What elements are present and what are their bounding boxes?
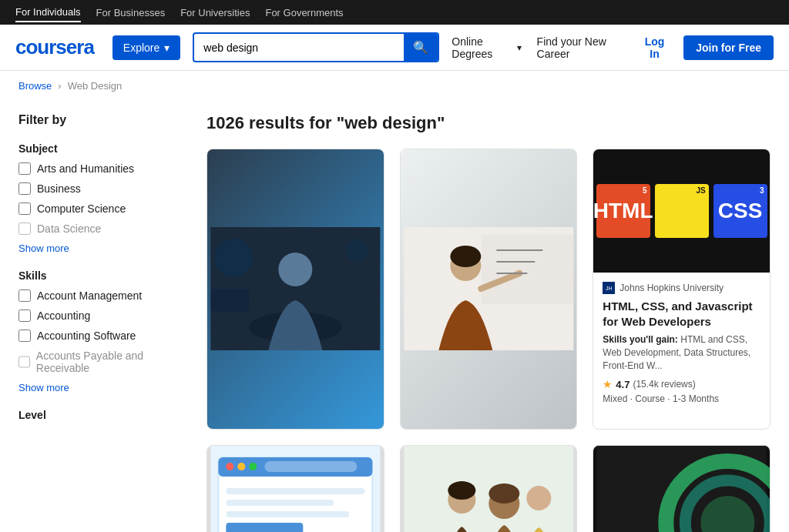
course-skills-jhu: Skills you'll gain: HTML and CSS, Web De… (603, 333, 760, 372)
svg-rect-20 (264, 461, 357, 472)
svg-point-29 (489, 483, 519, 504)
results-grid: M University of Michigan Web Design for … (206, 149, 771, 532)
am-checkbox[interactable] (18, 289, 31, 302)
filter-accounting-software[interactable]: Accounting Software (18, 330, 188, 342)
svg-rect-24 (226, 523, 303, 532)
course-image-6 (593, 446, 770, 532)
acc-checkbox[interactable] (18, 309, 31, 322)
course-card-body-google: G Google Google UX Design Skills you'll … (401, 429, 577, 430)
arts-label: Arts and Humanities (37, 162, 134, 175)
breadcrumb-current: Web Design (68, 80, 123, 92)
as-checkbox[interactable] (18, 330, 31, 342)
svg-point-19 (249, 463, 257, 470)
ap-checkbox[interactable] (18, 356, 30, 368)
rating-count-jhu: (15.4k reviews) (633, 379, 695, 390)
svg-point-2 (278, 253, 312, 286)
nav-individuals[interactable]: For Individuals (15, 3, 81, 22)
course-card-body-michigan: M University of Michigan Web Design for … (207, 429, 384, 430)
nav-universities[interactable]: For Universities (180, 4, 250, 22)
svg-rect-7 (481, 235, 573, 304)
filter-account-management[interactable]: Account Management (18, 289, 188, 302)
level-section-title: Level (18, 409, 188, 421)
course-rating-jhu: ★ 4.7 (15.4k reviews) (603, 378, 760, 390)
svg-point-30 (526, 486, 551, 510)
find-career-link[interactable]: Find your New Career (537, 35, 626, 60)
ap-label: Accounts Payable and Receivable (36, 350, 188, 374)
explore-button[interactable]: Explore ▾ (112, 35, 180, 60)
breadcrumb-separator: › (58, 80, 61, 92)
cs-checkbox[interactable] (18, 202, 31, 215)
course-image-jhu: 5 HTML JS 3 CSS (593, 149, 770, 273)
course-image-5 (401, 446, 577, 532)
header: coursera Explore ▾ 🔍 Online Degrees Find… (0, 25, 789, 71)
course-title-jhu: HTML, CSS, and Javascript for Web Develo… (603, 299, 760, 329)
results-header: 1026 results for "web design" (206, 101, 771, 133)
course-meta-jhu: Mixed · Course · 1-3 Months (603, 393, 760, 404)
acc-label: Accounting (37, 309, 90, 322)
as-label: Accounting Software (37, 330, 136, 342)
course-card-google[interactable]: G Google Google UX Design Skills you'll … (400, 149, 578, 430)
course-image-google (401, 149, 577, 429)
search-icon: 🔍 (413, 41, 428, 54)
svg-rect-22 (226, 500, 334, 506)
ds-checkbox[interactable] (18, 223, 31, 235)
filter-computer-science[interactable]: Computer Science (18, 202, 188, 215)
join-button[interactable]: Join for Free (683, 35, 774, 60)
svg-point-27 (448, 481, 475, 500)
top-nav: For Individuals For Businesses For Unive… (0, 0, 789, 25)
explore-chevron-icon: ▾ (164, 42, 170, 54)
sidebar: Filter by Subject Arts and Humanities Bu… (18, 101, 188, 532)
skills-section-title: Skills (18, 269, 188, 282)
filter-title: Filter by (18, 113, 188, 127)
course-card-6[interactable] (593, 445, 771, 532)
svg-rect-23 (226, 511, 349, 517)
svg-point-17 (226, 463, 233, 470)
logo: coursera (15, 35, 94, 59)
login-button[interactable]: Log In (641, 35, 668, 60)
svg-point-18 (237, 463, 245, 470)
filter-accounting[interactable]: Accounting (18, 309, 188, 322)
provider-name-jhu: Johns Hopkins University (619, 283, 724, 293)
business-label: Business (37, 182, 81, 195)
show-more-subject[interactable]: Show more (18, 243, 188, 254)
explore-label: Explore (123, 42, 159, 54)
svg-rect-5 (210, 289, 249, 312)
css-badge: 3 CSS (713, 184, 767, 238)
html-badge: 5 HTML (596, 184, 650, 238)
business-checkbox[interactable] (18, 182, 31, 195)
course-card-4[interactable] (206, 445, 384, 532)
jhu-logo: JH (603, 282, 615, 294)
filter-arts-humanities[interactable]: Arts and Humanities (18, 162, 188, 175)
search-input[interactable] (194, 35, 404, 60)
nav-governments[interactable]: For Governments (265, 4, 343, 22)
course-card-body-jhu: JH Johns Hopkins University HTML, CSS, a… (593, 273, 770, 413)
svg-point-3 (214, 239, 253, 277)
breadcrumb: Browse › Web Design (0, 71, 789, 101)
cs-label: Computer Science (37, 202, 126, 215)
search-button[interactable]: 🔍 (404, 34, 438, 61)
svg-rect-21 (226, 488, 364, 494)
svg-point-4 (345, 239, 368, 262)
subject-section-title: Subject (18, 142, 188, 155)
ds-label: Data Science (37, 223, 101, 235)
star-icon: ★ (603, 378, 613, 390)
results-area: 1026 results for "web design" (206, 101, 771, 532)
show-more-skills[interactable]: Show more (18, 382, 188, 393)
search-bar: 🔍 (193, 32, 439, 62)
main-content: Filter by Subject Arts and Humanities Bu… (0, 101, 789, 532)
course-card-jhu[interactable]: 5 HTML JS 3 CSS JH Johns Hopkins Univers… (593, 149, 771, 430)
nav-businesses[interactable]: For Businesses (96, 4, 166, 22)
am-label: Account Management (37, 289, 142, 302)
course-image-4 (207, 446, 384, 532)
svg-point-9 (450, 246, 481, 267)
course-card-michigan[interactable]: M University of Michigan Web Design for … (206, 149, 384, 430)
arts-checkbox[interactable] (18, 162, 31, 175)
svg-rect-25 (404, 446, 573, 532)
online-degrees-button[interactable]: Online Degrees (452, 35, 521, 60)
course-card-5[interactable] (400, 445, 578, 532)
filter-business[interactable]: Business (18, 182, 188, 195)
course-provider-jhu: JH Johns Hopkins University (603, 282, 760, 294)
filter-data-science[interactable]: Data Science (18, 223, 188, 235)
breadcrumb-browse[interactable]: Browse (18, 80, 52, 92)
filter-accounts-payable[interactable]: Accounts Payable and Receivable (18, 350, 188, 374)
